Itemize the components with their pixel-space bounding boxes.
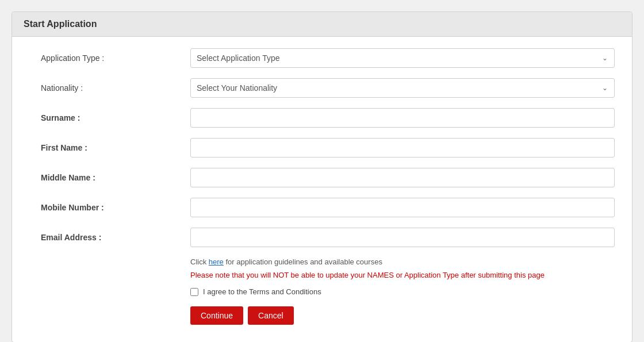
middle-name-label: Middle Name : — [29, 173, 190, 182]
button-row: Continue Cancel — [190, 306, 615, 325]
form-title: Start Application — [24, 19, 620, 29]
surname-input[interactable] — [190, 108, 615, 128]
surname-control — [190, 108, 615, 128]
mobile-number-input[interactable] — [190, 198, 615, 217]
nationality-label: Nationality : — [29, 83, 190, 93]
application-type-control: Select Application Type ⌄ — [190, 48, 615, 68]
middle-name-input[interactable] — [190, 168, 615, 187]
application-type-label: Application Type : — [29, 53, 190, 63]
terms-checkbox-row: I agree to the Terms and Conditions — [190, 287, 615, 296]
first-name-label: First Name : — [29, 143, 190, 152]
application-type-select-wrapper: Select Application Type ⌄ — [190, 48, 615, 68]
middle-name-row: Middle Name : — [29, 168, 615, 187]
email-address-control — [190, 228, 615, 247]
form-body: Application Type : Select Application Ty… — [12, 37, 632, 342]
nationality-select[interactable]: Select Your Nationality — [190, 78, 615, 98]
nationality-select-wrapper: Select Your Nationality ⌄ — [190, 78, 615, 98]
first-name-input[interactable] — [190, 138, 615, 157]
mobile-number-label: Mobile Number : — [29, 203, 190, 212]
form-container: Start Application Application Type : Sel… — [12, 11, 632, 342]
guideline-text-before: Click — [190, 258, 209, 266]
info-section: Click here for application guidelines an… — [190, 258, 615, 325]
surname-row: Surname : — [29, 108, 615, 128]
mobile-number-row: Mobile Number : — [29, 198, 615, 217]
terms-label[interactable]: I agree to the Terms and Conditions — [203, 287, 321, 296]
first-name-control — [190, 138, 615, 157]
nationality-row: Nationality : Select Your Nationality ⌄ — [29, 78, 615, 98]
application-type-row: Application Type : Select Application Ty… — [29, 48, 615, 68]
mobile-number-control — [190, 198, 615, 217]
nationality-control: Select Your Nationality ⌄ — [190, 78, 615, 98]
middle-name-control — [190, 168, 615, 187]
cancel-button[interactable]: Cancel — [248, 306, 294, 325]
email-address-input[interactable] — [190, 228, 615, 247]
guideline-text-after: for application guidelines and available… — [224, 258, 382, 266]
form-header: Start Application — [12, 12, 632, 37]
first-name-row: First Name : — [29, 138, 615, 157]
continue-button[interactable]: Continue — [190, 306, 243, 325]
application-type-select[interactable]: Select Application Type — [190, 48, 615, 68]
email-address-row: Email Address : — [29, 228, 615, 247]
surname-label: Surname : — [29, 113, 190, 122]
warning-text: Please note that you will NOT be able to… — [190, 271, 615, 279]
terms-checkbox[interactable] — [190, 288, 198, 296]
guideline-text: Click here for application guidelines an… — [190, 258, 615, 266]
email-address-label: Email Address : — [29, 233, 190, 242]
guideline-link[interactable]: here — [209, 258, 224, 266]
